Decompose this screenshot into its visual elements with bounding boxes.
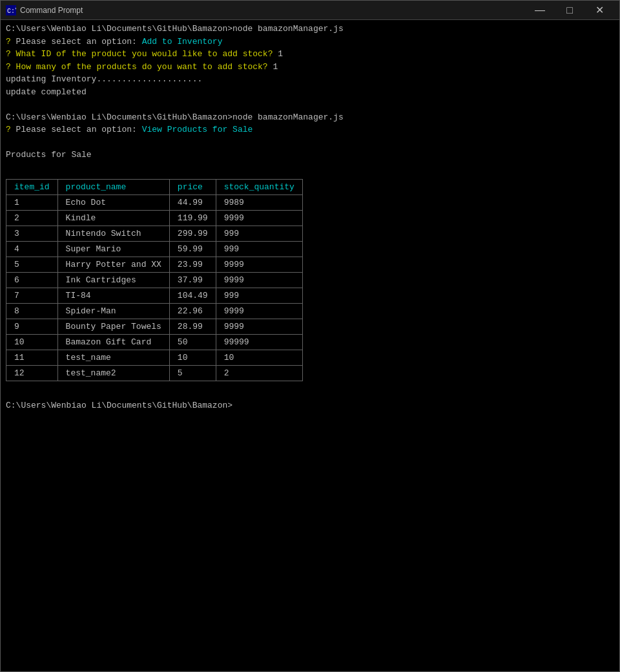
col-header-item-id: item_id: [6, 180, 58, 195]
maximize-button[interactable]: □: [555, 1, 584, 20]
table-cell-8-3: 9999: [216, 319, 302, 335]
table-cell-11-2: 5: [169, 366, 216, 381]
table-cell-6-2: 104.49: [169, 288, 216, 304]
minimize-button[interactable]: —: [525, 1, 555, 20]
table-cell-2-0: 3: [6, 226, 58, 242]
table-cell-7-2: 22.96: [169, 304, 216, 319]
table-row: 11test_name1010: [6, 350, 303, 366]
terminal-line-2: ? Please select an option: Add to Invent…: [6, 36, 614, 48]
table-row: 5Harry Potter and XX23.999999: [6, 257, 303, 273]
terminal-line-5: updating Inventory.....................: [6, 73, 614, 86]
table-cell-0-2: 44.99: [169, 195, 216, 211]
products-title: Products for Sale: [6, 149, 614, 162]
table-row: 1Echo Dot44.999989: [6, 195, 303, 211]
table-cell-5-3: 9999: [216, 273, 302, 288]
table-cell-10-1: test_name: [57, 350, 169, 366]
products-table: item_id product_name price stock_quantit…: [6, 179, 303, 381]
table-cell-1-1: Kindle: [57, 211, 169, 226]
final-prompt: C:\Users\Wenbiao Li\Documents\GitHub\Bam…: [6, 399, 614, 412]
terminal-line-6: update completed: [6, 86, 614, 99]
table-cell-7-3: 9999: [216, 304, 302, 319]
cmd-icon: C:\: [6, 5, 16, 16]
table-cell-11-0: 12: [6, 366, 58, 381]
close-button[interactable]: ✕: [584, 1, 614, 20]
table-cell-2-1: Nintendo Switch: [57, 226, 169, 242]
table-cell-9-0: 10: [6, 335, 58, 350]
table-row: 3Nintendo Switch299.99999: [6, 226, 303, 242]
col-header-price: price: [169, 180, 216, 195]
svg-text:C:\: C:\: [7, 8, 16, 15]
table-row: 7TI-84104.49999: [6, 288, 303, 304]
terminal-spacer-2: [6, 136, 614, 149]
table-cell-6-3: 999: [216, 288, 302, 304]
table-cell-1-3: 9999: [216, 211, 302, 226]
table-cell-2-3: 999: [216, 226, 302, 242]
table-row: 9Bounty Paper Towels28.999999: [6, 319, 303, 335]
terminal-line-8: ? Please select an option: View Products…: [6, 123, 614, 136]
table-cell-7-1: Spider-Man: [57, 304, 169, 319]
table-cell-3-3: 999: [216, 242, 302, 257]
table-cell-7-0: 8: [6, 304, 58, 319]
terminal-line-3: ? What ID of the product you would like …: [6, 48, 614, 61]
terminal-line-7: C:\Users\Wenbiao Li\Documents\GitHub\Bam…: [6, 111, 614, 124]
terminal-line-4: ? How many of the products do you want t…: [6, 61, 614, 74]
table-cell-0-1: Echo Dot: [57, 195, 169, 211]
table-cell-9-1: Bamazon Gift Card: [57, 335, 169, 350]
table-cell-10-2: 10: [169, 350, 216, 366]
window-title: Command Prompt: [20, 6, 525, 15]
table-cell-10-0: 11: [6, 350, 58, 366]
table-cell-6-0: 7: [6, 288, 58, 304]
table-cell-5-1: Ink Cartridges: [57, 273, 169, 288]
table-cell-1-0: 2: [6, 211, 58, 226]
terminal-spacer-3: [6, 162, 614, 174]
table-cell-0-3: 9989: [216, 195, 302, 211]
table-row: 4Super Mario59.99999: [6, 242, 303, 257]
table-row: 8Spider-Man22.969999: [6, 304, 303, 319]
terminal-spacer-4: [6, 386, 614, 399]
table-row: 6Ink Cartridges37.999999: [6, 273, 303, 288]
window-controls: — □ ✕: [525, 1, 614, 20]
table-cell-4-1: Harry Potter and XX: [57, 257, 169, 273]
table-header-row: item_id product_name price stock_quantit…: [6, 180, 303, 195]
terminal-line-1: C:\Users\Wenbiao Li\Documents\GitHub\Bam…: [6, 23, 614, 36]
table-cell-3-2: 59.99: [169, 242, 216, 257]
table-cell-5-0: 6: [6, 273, 58, 288]
table-cell-0-0: 1: [6, 195, 58, 211]
col-header-stock-quantity: stock_quantity: [216, 180, 302, 195]
table-cell-5-2: 37.99: [169, 273, 216, 288]
terminal-content[interactable]: C:\Users\Wenbiao Li\Documents\GitHub\Bam…: [1, 20, 619, 671]
table-cell-3-0: 4: [6, 242, 58, 257]
col-header-product-name: product_name: [57, 180, 169, 195]
table-row: 12test_name252: [6, 366, 303, 381]
table-row: 10Bamazon Gift Card5099999: [6, 335, 303, 350]
table-cell-6-1: TI-84: [57, 288, 169, 304]
title-bar: C:\ Command Prompt — □ ✕: [1, 1, 619, 20]
table-row: 2Kindle119.999999: [6, 211, 303, 226]
table-cell-8-2: 28.99: [169, 319, 216, 335]
table-cell-11-3: 2: [216, 366, 302, 381]
table-cell-4-0: 5: [6, 257, 58, 273]
table-cell-4-3: 9999: [216, 257, 302, 273]
window: C:\ Command Prompt — □ ✕ C:\Users\Wenbia…: [0, 0, 620, 672]
table-cell-9-3: 99999: [216, 335, 302, 350]
table-cell-8-1: Bounty Paper Towels: [57, 319, 169, 335]
table-cell-8-0: 9: [6, 319, 58, 335]
table-cell-4-2: 23.99: [169, 257, 216, 273]
table-cell-10-3: 10: [216, 350, 302, 366]
table-cell-1-2: 119.99: [169, 211, 216, 226]
table-cell-2-2: 299.99: [169, 226, 216, 242]
terminal-scrollable: C:\Users\Wenbiao Li\Documents\GitHub\Bam…: [1, 20, 619, 671]
table-cell-9-2: 50: [169, 335, 216, 350]
terminal-spacer-1: [6, 98, 614, 111]
table-cell-11-1: test_name2: [57, 366, 169, 381]
table-cell-3-1: Super Mario: [57, 242, 169, 257]
